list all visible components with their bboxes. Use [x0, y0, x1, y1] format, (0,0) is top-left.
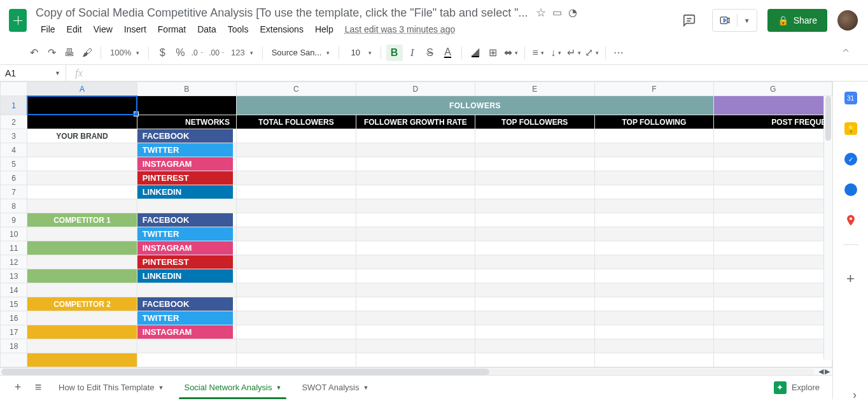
cell-C6[interactable]: [236, 171, 356, 185]
cell-F19[interactable]: [594, 353, 713, 367]
print-button[interactable]: 🖶: [61, 45, 78, 61]
meet-dropdown-icon[interactable]: ▼: [738, 10, 757, 31]
sheets-logo[interactable]: [5, 8, 31, 33]
cell-E16[interactable]: [475, 311, 594, 325]
cell-D5[interactable]: [356, 157, 475, 171]
italic-button[interactable]: I: [404, 45, 421, 61]
cell-B17[interactable]: INSTAGRAM: [137, 325, 236, 339]
comments-icon[interactable]: [676, 8, 702, 33]
cell-B6[interactable]: PINTEREST: [137, 171, 236, 185]
cell-F13[interactable]: [594, 269, 713, 283]
cell-B4[interactable]: TWITTER: [137, 143, 236, 157]
cell-F10[interactable]: [594, 227, 713, 241]
row-header-15[interactable]: 15: [1, 297, 27, 311]
cell-G11[interactable]: [714, 241, 832, 255]
cell-C5[interactable]: [236, 157, 356, 171]
cell-A18[interactable]: [27, 339, 137, 353]
cell-E7[interactable]: [475, 185, 594, 199]
col-header-D[interactable]: D: [356, 82, 475, 96]
cell-C12[interactable]: [236, 255, 356, 269]
cell-D11[interactable]: [356, 241, 475, 255]
cell-C10[interactable]: [236, 227, 356, 241]
cell-F6[interactable]: [594, 171, 713, 185]
cell-D15[interactable]: [356, 297, 475, 311]
cell-post-freq-header[interactable]: POST FREQUEN: [714, 115, 832, 129]
cell-C8[interactable]: [236, 199, 356, 213]
format-percent-button[interactable]: %: [172, 45, 188, 61]
cell-A5[interactable]: [27, 157, 137, 171]
contacts-icon[interactable]: 👤: [844, 183, 857, 196]
increase-decimal-button[interactable]: .00→: [207, 45, 226, 61]
cell-E15[interactable]: [475, 297, 594, 311]
cell-F11[interactable]: [594, 241, 713, 255]
col-header-B[interactable]: B: [137, 82, 236, 96]
col-header-A[interactable]: A: [27, 82, 137, 96]
move-icon[interactable]: ▭: [552, 8, 562, 18]
bold-button[interactable]: B: [386, 45, 403, 61]
cell-top-followers-header[interactable]: TOP FOLLOWERS: [475, 115, 594, 129]
account-avatar[interactable]: [837, 10, 858, 31]
tab-dropdown-icon[interactable]: ▼: [276, 385, 281, 391]
text-color-button[interactable]: A: [440, 45, 456, 61]
tab-dropdown-icon[interactable]: ▼: [363, 385, 368, 391]
select-all-corner[interactable]: [1, 82, 27, 96]
cell-D6[interactable]: [356, 171, 475, 185]
cell-B11[interactable]: INSTAGRAM: [137, 241, 236, 255]
row-header-17[interactable]: 17: [1, 325, 27, 339]
sheet-tab-swot[interactable]: SWOT Analysis▼: [291, 376, 379, 399]
cell-B12[interactable]: PINTEREST: [137, 255, 236, 269]
cell-B9[interactable]: FACEBOOK: [137, 213, 236, 227]
cell-C13[interactable]: [236, 269, 356, 283]
row-header-18[interactable]: 18: [1, 339, 27, 353]
cell-C11[interactable]: [236, 241, 356, 255]
borders-button[interactable]: ⊞: [485, 45, 501, 61]
cell-C3[interactable]: [236, 129, 356, 143]
cell-G3[interactable]: [714, 129, 832, 143]
format-currency-button[interactable]: $: [154, 45, 171, 61]
cell-D13[interactable]: [356, 269, 475, 283]
toolbar-overflow-button[interactable]: ⋯: [611, 45, 627, 61]
cell-competitor-2[interactable]: COMPETITOR 2: [27, 297, 137, 311]
cell-B7[interactable]: LINKEDIN: [137, 185, 236, 199]
redo-button[interactable]: ↷: [43, 45, 60, 61]
calendar-icon[interactable]: 31: [844, 92, 857, 104]
cell-G15[interactable]: [714, 297, 832, 311]
document-title[interactable]: Copy of Social Media Competitive Analysi…: [36, 6, 528, 20]
cell-A16[interactable]: [27, 311, 137, 325]
share-button[interactable]: 🔒 Share: [767, 9, 827, 32]
cell-G16[interactable]: [714, 311, 832, 325]
cell-A14[interactable]: [27, 283, 137, 297]
cell-A1[interactable]: [27, 96, 137, 115]
cell-D9[interactable]: [356, 213, 475, 227]
cell-A10[interactable]: [27, 227, 137, 241]
sheet-tab-howto[interactable]: How to Edit This Template▼: [48, 376, 174, 399]
maps-icon[interactable]: [844, 214, 857, 227]
spreadsheet-grid[interactable]: A B C D E F G 1 FOLLOWERS: [0, 81, 832, 367]
cell-C7[interactable]: [236, 185, 356, 199]
sheet-tab-social-network[interactable]: Social Network Analysis▼: [174, 376, 291, 399]
horizontal-scrollbar[interactable]: ◀▶: [0, 367, 832, 375]
menu-data[interactable]: Data: [192, 23, 221, 36]
cell-F12[interactable]: [594, 255, 713, 269]
cell-D7[interactable]: [356, 185, 475, 199]
cell-D3[interactable]: [356, 129, 475, 143]
row-header-3[interactable]: 3: [1, 129, 27, 143]
cell-G17[interactable]: [714, 325, 832, 339]
cell-G10[interactable]: [714, 227, 832, 241]
cell-B19[interactable]: [137, 353, 236, 367]
cell-E17[interactable]: [475, 325, 594, 339]
menu-help[interactable]: Help: [310, 23, 339, 36]
row-header-13[interactable]: 13: [1, 269, 27, 283]
cell-A11[interactable]: [27, 241, 137, 255]
cell-growth-rate-header[interactable]: FOLLOWER GROWTH RATE: [356, 115, 475, 129]
vertical-scrollbar[interactable]: [823, 96, 832, 360]
font-size-input[interactable]: [348, 48, 363, 57]
cell-B5[interactable]: INSTAGRAM: [137, 157, 236, 171]
grid-scroll[interactable]: A B C D E F G 1 FOLLOWERS: [0, 81, 832, 367]
cell-E4[interactable]: [475, 143, 594, 157]
cell-A13[interactable]: [27, 269, 137, 283]
undo-button[interactable]: ↶: [25, 45, 42, 61]
row-header-5[interactable]: 5: [1, 157, 27, 171]
cell-F14[interactable]: [594, 283, 713, 297]
cell-E8[interactable]: [475, 199, 594, 213]
